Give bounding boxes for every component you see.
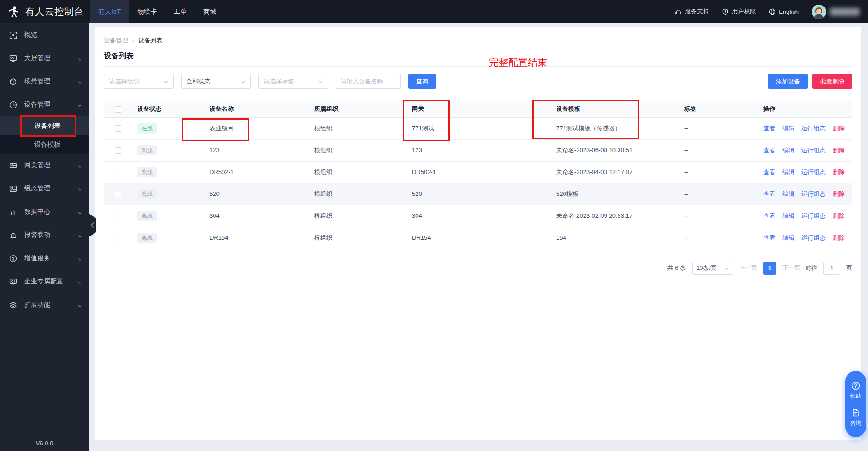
org-select[interactable]: 请选择组织 [104,74,174,89]
topbar-action-shield[interactable]: 用户权限 [722,7,756,16]
sidebar-item-11[interactable]: 扩展功能 [0,293,89,316]
tag-cell: -- [680,227,759,249]
data-icon [9,208,17,216]
sidebar-item-label: 增值服务 [24,254,70,263]
device-name-placeholder: 请输入设备名称 [341,77,383,86]
goto-page-input[interactable] [823,262,840,275]
sidebar-item-1[interactable]: 概览 [0,23,89,47]
total-count: 共 6 条 [667,264,686,272]
action-edit-link[interactable]: 编辑 [782,190,794,198]
device-icon [9,101,17,109]
clock-icon [9,255,17,263]
topbar-action-headset[interactable]: 服务支持 [675,7,709,16]
row-checkbox[interactable] [115,169,121,175]
page-size-select[interactable]: 10条/页 [692,262,733,275]
row-checkbox[interactable] [115,147,121,154]
action-delete-link[interactable]: 删除 [833,190,845,198]
tag-cell: -- [680,183,759,205]
prev-page-button[interactable]: 上一页 [739,264,757,272]
action-run-scada-link[interactable]: 运行组态 [801,124,826,133]
topbar-tab-3[interactable]: 工单 [165,0,195,23]
sidebar-item-8[interactable]: 报警联动 [0,223,89,247]
float-帮助-button[interactable]: 帮助 [850,381,861,400]
select-all-checkbox[interactable] [115,106,121,113]
topbar-tab-2[interactable]: 物联卡 [129,0,165,23]
add-device-button[interactable]: 添加设备 [768,74,808,89]
sidebar-subitem-1[interactable]: 设备列表 [0,116,89,135]
action-view-link[interactable]: 查看 [763,190,775,198]
action-delete-link[interactable]: 删除 [833,124,845,133]
action-view-link[interactable]: 查看 [763,168,775,176]
row-actions: 查看编辑运行组态删除 [763,190,848,198]
topbar-action-globe[interactable]: English [769,8,799,15]
sidebar-item-4[interactable]: 设备管理 [0,93,89,116]
sidebar-subitem-2[interactable]: 设备模板 [0,135,89,154]
action-edit-link[interactable]: 编辑 [782,168,794,176]
action-delete-link[interactable]: 删除 [833,146,845,155]
content-card: 设备管理 › 设备列表 设备列表 请选择组织 全部状态 请选择标签 请输入设备名… [95,27,861,440]
row-checkbox[interactable] [115,235,121,241]
layers-icon [9,301,17,309]
status-select[interactable]: 全部状态 [181,74,251,89]
scene-icon [9,78,17,86]
breadcrumb-parent[interactable]: 设备管理 [104,36,128,45]
overview-icon [9,31,17,39]
sidebar-item-label: 数据中心 [24,208,70,216]
batch-delete-button[interactable]: 批量删除 [812,74,852,89]
action-view-link[interactable]: 查看 [763,234,775,242]
sidebar-item-label: 企业专属配置 [24,277,70,286]
title-divider [104,66,852,67]
sidebar-item-2[interactable]: 大屏管理 [0,47,89,70]
action-delete-link[interactable]: 删除 [833,234,845,242]
topbar-tab-1[interactable]: 有人IoT [90,0,129,23]
action-delete-link[interactable]: 删除 [833,168,845,176]
action-run-scada-link[interactable]: 运行组态 [801,190,826,198]
action-view-link[interactable]: 查看 [763,212,775,220]
action-view-link[interactable]: 查看 [763,146,775,155]
version-label: V6.0.0 [0,440,89,447]
globe-icon [769,8,776,15]
sidebar-item-9[interactable]: 增值服务 [0,247,89,270]
tag-select[interactable]: 请选择标签 [258,74,328,89]
float-咨询-button[interactable]: 咨询 [850,408,861,427]
action-edit-link[interactable]: 编辑 [782,234,794,242]
next-page-button[interactable]: 下一页 [782,264,801,272]
search-button[interactable]: 查询 [408,74,436,89]
action-delete-link[interactable]: 删除 [833,212,845,220]
sidebar-item-6[interactable]: 组态管理 [0,177,89,200]
row-checkbox[interactable] [115,191,121,197]
action-run-scada-link[interactable]: 运行组态 [801,234,826,242]
user-avatar[interactable] [812,5,826,19]
action-edit-link[interactable]: 编辑 [782,212,794,220]
action-edit-link[interactable]: 编辑 [782,124,794,133]
breadcrumb-current: 设备列表 [138,36,162,45]
row-checkbox[interactable] [115,125,121,132]
sidebar-item-10[interactable]: 企业专属配置 [0,270,89,293]
action-edit-link[interactable]: 编辑 [782,146,794,155]
org-cell: 根组织 [310,161,407,183]
chevron-down-icon [77,56,82,61]
table-row: 离线DR154根组织DR154154--查看编辑运行组态删除 [104,227,852,249]
topbar-tab-4[interactable]: 商城 [195,0,225,23]
action-run-scada-link[interactable]: 运行组态 [801,212,826,220]
sidebar-item-7[interactable]: 数据中心 [0,200,89,223]
gateway-cell: 123 [407,139,552,161]
device-name-input[interactable]: 请输入设备名称 [336,74,401,89]
action-view-link[interactable]: 查看 [763,124,775,133]
org-cell: 根组织 [310,139,407,161]
question-icon [851,381,860,390]
action-run-scada-link[interactable]: 运行组态 [801,168,826,176]
sidebar-item-3[interactable]: 场景管理 [0,70,89,93]
row-checkbox[interactable] [115,213,121,219]
user-area[interactable] [812,5,860,19]
tag-cell: -- [680,205,759,227]
current-page-button[interactable]: 1 [763,262,776,275]
action-run-scada-link[interactable]: 运行组态 [801,146,826,155]
sidebar-item-label: 设备管理 [24,101,70,109]
usr-logo-icon [7,5,20,18]
template-cell: 520模板 [552,183,680,205]
table-row: 离线DR502-1根组织DR502-1未命名-2023-04-03 12:17:… [104,161,852,183]
sidebar-item-5[interactable]: 网关管理 [0,154,89,177]
gateway-cell: 771测试 [407,117,552,139]
table-row: 离线304根组织304未命名-2023-02-09 20:53:17--查看编辑… [104,205,852,227]
